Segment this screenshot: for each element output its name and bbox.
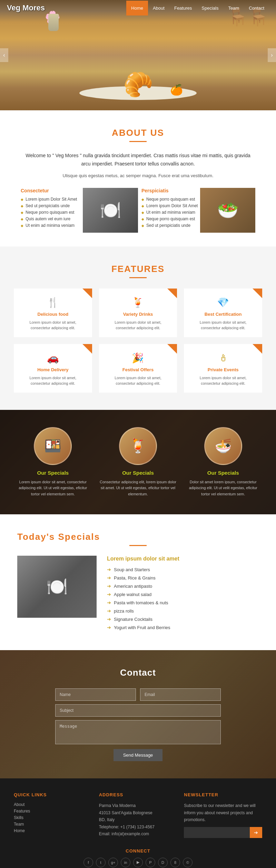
feature-card-1: 🍹 Variety Drinks Lorem ipsum dolor sit a…	[99, 289, 177, 337]
social-linkedin-icon[interactable]: in	[121, 858, 130, 867]
feature-corner	[253, 344, 262, 354]
about-intro: Welcome to " Veg Mores " nulla gravida t…	[21, 152, 255, 168]
feature-title-0: Delicious food	[20, 312, 86, 317]
menu-item-5: ➔ pizza rolls	[107, 608, 259, 614]
contact-section: Contact Send Message	[0, 650, 276, 778]
todays-section: Today's Specials 🍽️ Lorem ipsum dolor si…	[0, 514, 276, 650]
variety-drinks-icon: 🍹	[105, 297, 171, 308]
special-col-2: 🍜 Our Specials Dolor sit amet lorem ipsu…	[184, 427, 262, 497]
address-line-3: Telephone: +1 (734) 123-4567	[99, 824, 177, 830]
feature-title-5: Private Events	[190, 367, 256, 372]
social-google-icon[interactable]: g+	[108, 858, 118, 867]
features-section: FEATURES 🍴 Delicious food Lorem ipsum do…	[0, 246, 276, 410]
about-col1-title: Consectetur	[21, 188, 79, 193]
feature-card-3: 🚗 Home Delivery Lorem ipsum dolor sit am…	[14, 344, 92, 393]
special-desc-2: Dolor sit amet lorem ipsum, consectetur …	[184, 479, 262, 497]
nav-links: Home About Features Specials Team Contac…	[126, 1, 269, 16]
feature-corner	[82, 344, 92, 354]
arrow-icon: ➔	[107, 625, 111, 630]
events-icon: 🕯	[190, 352, 256, 364]
contact-name-input[interactable]	[55, 688, 136, 701]
special-col-0: 🍱 Our Specials Lorem ipsum dolor sit ame…	[14, 427, 92, 497]
feature-title-1: Variety Drinks	[105, 312, 171, 317]
address-line-4: Email: info(at)example.com	[99, 830, 177, 837]
nav-about[interactable]: About	[148, 1, 169, 16]
contact-email-input[interactable]	[140, 688, 221, 701]
bullet-icon: ◆	[141, 204, 144, 208]
feature-title-3: Home Delivery	[20, 367, 86, 372]
contact-message-input[interactable]	[55, 720, 221, 744]
quick-links-title: QUICK LINKS	[14, 792, 92, 797]
todays-menu: Lorem ipsum dolor sit amet ➔ Soup and St…	[107, 556, 259, 633]
special-title-2: Our Specials	[184, 470, 262, 476]
features-title: FEATURES	[14, 264, 262, 274]
connect-title: CONNECT	[14, 848, 262, 854]
certification-icon: 💎	[190, 297, 256, 308]
footer-link-home[interactable]: Home	[14, 828, 92, 833]
footer-newsletter: NEWSLETTER Subscribe to our newsletter a…	[184, 792, 262, 838]
nav-features[interactable]: Features	[169, 1, 197, 16]
special-title-1: Our Specials	[99, 470, 177, 476]
menu-item-6: ➔ Signature Cocktails	[107, 616, 259, 622]
social-youtube-icon[interactable]: ▶	[133, 858, 143, 867]
send-message-button[interactable]: Send Message	[114, 749, 163, 761]
list-item: ◆Lorem ipsum Dolor Sit Amet	[21, 197, 79, 202]
feature-corner	[167, 344, 177, 354]
about-title: ABOUT US	[21, 128, 255, 138]
list-item: ◆Neque porro quisquam est	[141, 216, 200, 221]
bullet-icon: ◆	[21, 217, 23, 221]
newsletter-submit-button[interactable]: ➔	[250, 827, 262, 838]
feature-card-2: 💎 Best Certification Lorem ipsum dolor s…	[184, 289, 262, 337]
festival-icon: 🎉	[105, 352, 171, 364]
about-underline	[129, 141, 147, 142]
footer-link-features[interactable]: Features	[14, 809, 92, 814]
social-eight-icon[interactable]: 8	[170, 858, 180, 867]
list-item: ◆Neque porro quisquam est	[21, 210, 79, 215]
about-right-image: 🥗	[200, 188, 255, 233]
feature-desc-1: Lorem ipsum dolor sit amet, consectetur …	[105, 320, 171, 331]
address-title: ADDRESS	[99, 792, 177, 797]
feature-desc-0: Lorem ipsum dolor sit amet, consectetur …	[20, 320, 86, 331]
hero-next-button[interactable]: ›	[268, 48, 276, 62]
list-item: ◆Neque porro quisquam est	[141, 197, 200, 202]
footer-link-skills[interactable]: Skills	[14, 815, 92, 820]
about-col2-title: Perspiciatis	[141, 188, 200, 193]
footer-address: ADDRESS Parma Via Moderna 41013 Sant'Aga…	[99, 792, 177, 838]
bullet-icon: ◆	[21, 211, 23, 214]
newsletter-desc: Subscribe to our newsletter and we will …	[184, 802, 262, 823]
footer-quick-links: QUICK LINKS About Features Skills Team H…	[14, 792, 92, 838]
feature-corner	[253, 289, 262, 298]
feature-desc-5: Lorem ipsum dolor sit amet, consectetur …	[190, 375, 256, 386]
social-dribbble-icon[interactable]: D	[158, 858, 168, 867]
feature-corner	[82, 289, 92, 298]
contact-subject-input[interactable]	[55, 704, 221, 717]
nav-contact[interactable]: Contact	[244, 1, 269, 16]
list-item: ◆Sed ut perspiciatis unde	[21, 203, 79, 208]
footer-link-team[interactable]: Team	[14, 822, 92, 827]
footer-link-about[interactable]: About	[14, 802, 92, 807]
list-item: ◆Ut enim ad minima veniam	[141, 210, 200, 215]
bullet-icon: ◆	[141, 198, 144, 201]
hero-prev-button[interactable]: ‹	[0, 48, 8, 62]
social-copyright-icon[interactable]: ©	[183, 858, 193, 867]
todays-title: Today's Specials	[17, 532, 259, 542]
nav-team[interactable]: Team	[223, 1, 244, 16]
contact-title: Contact	[17, 667, 259, 678]
nav-home[interactable]: Home	[126, 1, 148, 16]
newsletter-input-row: ➔	[184, 827, 262, 838]
feature-desc-4: Lorem ipsum dolor sit amet, consectetur …	[105, 375, 171, 386]
todays-inner: 🍽️ Lorem ipsum dolor sit amet ➔ Soup and…	[17, 556, 259, 633]
menu-item-4: ➔ Pasta with tomatoes & nuts	[107, 600, 259, 605]
bullet-icon: ◆	[21, 198, 23, 201]
social-twitter-icon[interactable]: t	[96, 858, 106, 867]
nav-specials[interactable]: Specials	[197, 1, 223, 16]
arrow-icon: ➔	[107, 575, 111, 581]
arrow-icon: ➔	[107, 592, 111, 597]
social-facebook-icon[interactable]: f	[83, 858, 93, 867]
bullet-icon: ◆	[21, 224, 23, 228]
newsletter-email-input[interactable]	[184, 827, 250, 838]
special-desc-0: Lorem ipsum dolor sit amet, consectetur …	[14, 479, 92, 497]
social-pinterest-icon[interactable]: P	[146, 858, 155, 867]
feature-desc-3: Lorem ipsum dolor sit amet, consectetur …	[20, 375, 86, 386]
special-col-1: 🍹 Our Specials Consectetur adipiscing el…	[99, 427, 177, 497]
